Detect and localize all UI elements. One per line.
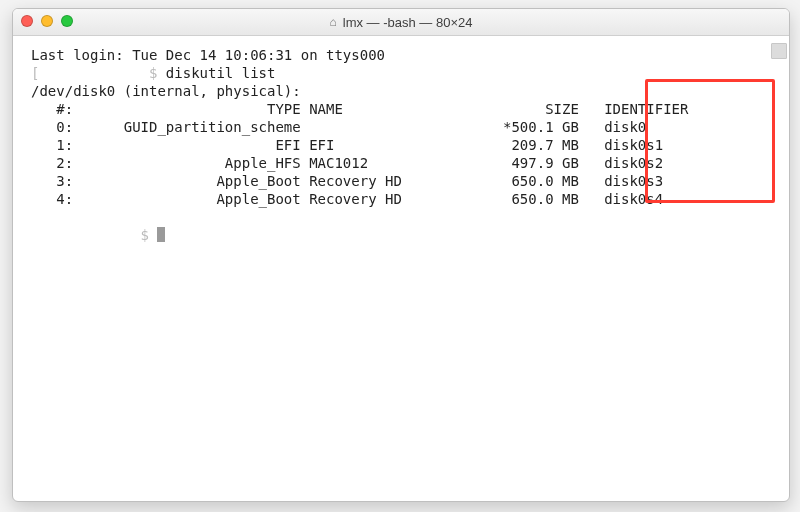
device-line: /dev/disk0 (internal, physical):	[31, 83, 301, 99]
close-icon[interactable]	[21, 15, 33, 27]
prompt-1: [ $	[31, 65, 166, 81]
row-header: #: TYPE NAME SIZE IDENTIFIER	[31, 101, 688, 117]
prompt-2: $	[31, 227, 157, 243]
row-4: 4: Apple_Boot Recovery HD 650.0 MB disk0…	[31, 191, 663, 207]
home-icon: ⌂	[330, 15, 337, 29]
row-1: 1: EFI EFI 209.7 MB disk0s1	[31, 137, 663, 153]
minimize-icon[interactable]	[41, 15, 53, 27]
row-line: 0: GUID_partition_scheme *500.1 GB disk0	[31, 119, 646, 135]
row-0: 0: GUID_partition_scheme *500.1 GB disk0	[31, 119, 646, 135]
zoom-icon[interactable]	[61, 15, 73, 27]
traffic-lights	[21, 15, 73, 27]
terminal-body[interactable]: Last login: Tue Dec 14 10:06:31 on ttys0…	[13, 36, 789, 501]
title-text: lmx — -bash — 80×24	[343, 15, 473, 30]
titlebar[interactable]: ⌂ lmx — -bash — 80×24	[13, 9, 789, 36]
row-line: 2: Apple_HFS MAC1012 497.9 GB disk0s2	[31, 155, 663, 171]
last-login-line: Last login: Tue Dec 14 10:06:31 on ttys0…	[31, 47, 385, 63]
row-line: 1: EFI EFI 209.7 MB disk0s1	[31, 137, 663, 153]
row-line: 4: Apple_Boot Recovery HD 650.0 MB disk0…	[31, 191, 663, 207]
terminal-window: ⌂ lmx — -bash — 80×24 Last login: Tue De…	[12, 8, 790, 502]
window-title: ⌂ lmx — -bash — 80×24	[330, 15, 473, 30]
header-line: #: TYPE NAME SIZE IDENTIFIER	[31, 101, 688, 117]
row-3: 3: Apple_Boot Recovery HD 650.0 MB disk0…	[31, 173, 663, 189]
cursor-block	[157, 227, 165, 242]
row-2: 2: Apple_HFS MAC1012 497.9 GB disk0s2	[31, 155, 663, 171]
row-line: 3: Apple_Boot Recovery HD 650.0 MB disk0…	[31, 173, 663, 189]
command-text: diskutil list	[166, 65, 276, 81]
